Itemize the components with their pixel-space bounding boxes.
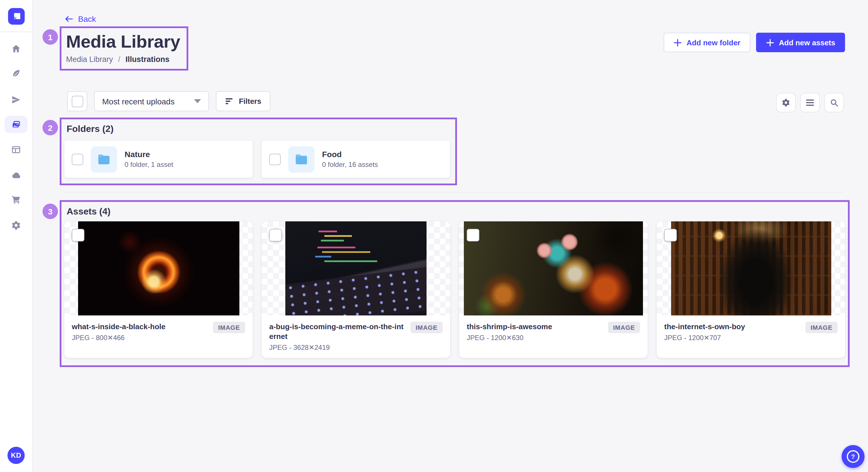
- folder-row: Nature 0 folder, 1 asset Food 0 folder, …: [64, 140, 450, 178]
- assets-heading: Assets (4): [64, 206, 845, 217]
- asset-media: [262, 222, 450, 315]
- cloud-icon: [11, 169, 22, 180]
- asset-info: a-bug-is-becoming-a-meme-on-the-internet…: [269, 322, 405, 351]
- home-icon: [11, 43, 21, 54]
- asset-meta: JPEG - 3628✕2419: [269, 343, 405, 351]
- user-avatar[interactable]: KD: [7, 447, 25, 464]
- search-icon: [830, 98, 839, 107]
- add-new-assets-label: Add new assets: [779, 38, 835, 47]
- back-label: Back: [78, 14, 96, 24]
- sidebar-item-marketplace[interactable]: [0, 166, 32, 184]
- asset-checkbox[interactable]: [72, 229, 84, 241]
- folder-icon: [96, 152, 112, 167]
- select-all-checkbox[interactable]: [71, 96, 83, 107]
- media-library-page: KD Back 1 Media Library Media Library / …: [0, 0, 868, 472]
- folder-icon: [294, 152, 309, 167]
- asset-footer: a-bug-is-becoming-a-meme-on-the-internet…: [262, 315, 450, 358]
- asset-row: what-s-inside-a-black-hole JPEG - 800✕46…: [64, 222, 845, 358]
- sidebar-item-home[interactable]: [0, 40, 32, 58]
- asset-checkbox[interactable]: [467, 229, 479, 241]
- filters-label: Filters: [239, 97, 261, 105]
- filter-icon: [225, 98, 234, 105]
- breadcrumb: Media Library / Illustrations: [66, 55, 180, 64]
- folder-meta: 0 folder, 1 asset: [125, 161, 173, 169]
- search-button[interactable]: [825, 93, 844, 112]
- filters-button[interactable]: Filters: [216, 91, 270, 111]
- back-link[interactable]: Back: [64, 14, 96, 24]
- asset-card-shrimp[interactable]: this-shrimp-is-awesome JPEG - 1200✕630 I…: [459, 222, 648, 358]
- asset-media: [459, 222, 648, 315]
- folder-info: Food 0 folder, 16 assets: [322, 150, 378, 169]
- folder-checkbox[interactable]: [269, 154, 281, 165]
- strapi-logo[interactable]: [8, 8, 25, 25]
- sidebar-item-plugins[interactable]: [0, 140, 32, 159]
- folder-card-nature[interactable]: Nature 0 folder, 1 asset: [64, 140, 253, 178]
- sort-value: Most recent uploads: [102, 97, 175, 106]
- plus-icon: [766, 38, 774, 47]
- asset-meta: JPEG - 1200✕630: [467, 334, 552, 342]
- question-mark-icon: ?: [847, 450, 859, 463]
- asset-type-badge: IMAGE: [608, 322, 640, 333]
- asset-meta: JPEG - 800✕466: [72, 334, 166, 342]
- sort-dropdown[interactable]: Most recent uploads: [94, 91, 209, 111]
- asset-thumbnail-shrimp: [464, 222, 643, 315]
- chevron-down-icon: [194, 99, 201, 103]
- sidebar-item-media-library[interactable]: [0, 115, 32, 134]
- folder-card-food[interactable]: Food 0 folder, 16 assets: [262, 140, 450, 178]
- asset-type-badge: IMAGE: [213, 322, 245, 333]
- list-view-button[interactable]: [800, 93, 820, 112]
- view-settings-button[interactable]: [776, 93, 796, 112]
- asset-info: what-s-inside-a-black-hole JPEG - 800✕46…: [72, 322, 166, 342]
- feather-icon: [11, 68, 21, 78]
- sidebar-item-content-type-builder[interactable]: [0, 91, 32, 109]
- asset-thumbnail-library: [671, 222, 831, 315]
- sidebar-item-settings[interactable]: [0, 216, 32, 235]
- sidebar-divider: [0, 32, 32, 32]
- assets-section: Assets (4) what-s-inside-a-black-hole JP…: [60, 200, 849, 367]
- images-icon: [11, 119, 21, 130]
- asset-media: [657, 222, 845, 315]
- folder-icon-container: [288, 146, 315, 172]
- asset-name: this-shrimp-is-awesome: [467, 322, 552, 332]
- asset-thumbnail-black-hole: [78, 222, 239, 315]
- folder-info: Nature 0 folder, 1 asset: [125, 150, 173, 169]
- add-new-folder-button[interactable]: Add new folder: [663, 33, 750, 52]
- folder-meta: 0 folder, 16 assets: [322, 161, 378, 169]
- asset-name: what-s-inside-a-black-hole: [72, 322, 166, 332]
- asset-card-bug-meme[interactable]: a-bug-is-becoming-a-meme-on-the-internet…: [262, 222, 450, 358]
- folder-name: Food: [322, 150, 378, 159]
- breadcrumb-root[interactable]: Media Library: [66, 55, 113, 64]
- help-button[interactable]: ?: [842, 445, 865, 468]
- asset-card-internet-own-boy[interactable]: the-internet-s-own-boy JPEG - 1200✕707 I…: [657, 222, 845, 358]
- add-new-assets-button[interactable]: Add new assets: [756, 33, 845, 52]
- plus-icon: [673, 38, 682, 47]
- list-toolbar: Most recent uploads Filters: [67, 91, 270, 111]
- paper-plane-icon: [11, 95, 21, 105]
- view-actions: [776, 93, 844, 112]
- folder-name: Nature: [125, 150, 173, 159]
- sidebar-item-content-manager[interactable]: [0, 64, 32, 82]
- asset-name: the-internet-s-own-boy: [664, 322, 745, 332]
- asset-checkbox[interactable]: [269, 229, 282, 241]
- folders-heading: Folders (2): [64, 124, 450, 134]
- asset-type-badge: IMAGE: [410, 322, 443, 333]
- select-all-button[interactable]: [67, 91, 87, 111]
- annotation-badge-1: 1: [42, 29, 58, 45]
- breadcrumb-separator: /: [118, 55, 121, 64]
- list-icon: [805, 99, 815, 107]
- asset-type-badge: IMAGE: [805, 322, 838, 333]
- sidebar-item-purchase[interactable]: [0, 191, 32, 209]
- asset-checkbox[interactable]: [664, 229, 677, 241]
- asset-info: this-shrimp-is-awesome JPEG - 1200✕630: [467, 322, 552, 342]
- gear-icon: [781, 98, 790, 107]
- gear-icon: [11, 220, 21, 231]
- cart-icon: [11, 194, 21, 205]
- strapi-logo-icon: [8, 8, 25, 25]
- asset-footer: the-internet-s-own-boy JPEG - 1200✕707 I…: [657, 315, 845, 358]
- asset-thumbnail-laptop-code: [285, 222, 427, 315]
- asset-name: a-bug-is-becoming-a-meme-on-the-internet: [269, 322, 405, 341]
- breadcrumb-current: Illustrations: [125, 55, 169, 64]
- asset-meta: JPEG - 1200✕707: [664, 334, 745, 342]
- folder-checkbox[interactable]: [72, 154, 83, 165]
- asset-card-black-hole[interactable]: what-s-inside-a-black-hole JPEG - 800✕46…: [64, 222, 253, 358]
